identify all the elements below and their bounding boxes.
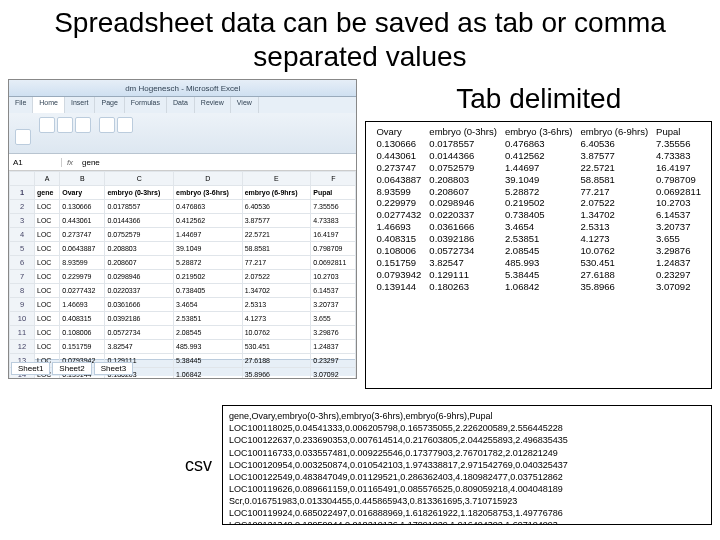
csv-label: csv [8,455,216,476]
csv-line: LOC100122637,0.233690353,0.007614514,0.2… [229,434,705,446]
tab-delimited-box: Ovaryembryo (0-3hrs)embryo (3-6hrs)embry… [365,121,712,389]
slide-title: Spreadsheet data can be saved as tab or … [8,4,712,79]
sum-icon[interactable] [117,117,133,133]
excel-window: dm Hogenesch - Microsoft Excel FileHomeI… [8,79,357,379]
ribbon-tab[interactable]: Formulas [125,97,167,113]
underline-icon[interactable] [75,117,91,133]
italic-icon[interactable] [57,117,73,133]
csv-line: LOC100119626,0.089661159,0.01165491,0.08… [229,483,705,495]
csv-line: LOC100122549,0.483847049,0.01129521,0.28… [229,471,705,483]
tab-delimited-label: Tab delimited [365,79,712,121]
csv-line: LOC100118025,0.04541333,0.006205798,0.16… [229,422,705,434]
csv-line: LOC100119924,0.685022497,0.016888969,1.6… [229,507,705,519]
paste-icon[interactable] [15,129,31,145]
ribbon-tab[interactable]: Page [95,97,124,113]
ribbon-tab[interactable]: File [9,97,33,113]
ribbon-tab[interactable]: Review [195,97,231,113]
excel-titlebar: dm Hogenesch - Microsoft Excel [9,80,356,97]
csv-box: gene,Ovary,embryo(0-3hrs),embryo(3-6hrs)… [222,405,712,525]
ribbon-tab[interactable]: View [231,97,259,113]
csv-line: LOC100121348,0.18959044,0.018210136,1.17… [229,519,705,525]
spreadsheet-grid[interactable]: ABCDEF1geneOvaryembryo (0-3hrs)embryo (3… [9,171,356,359]
sort-icon[interactable] [99,117,115,133]
sheet-tab[interactable]: Sheet2 [52,362,91,375]
sheet-tab[interactable]: Sheet1 [11,362,50,375]
sheet-tab[interactable]: Sheet3 [94,362,133,375]
csv-line: gene,Ovary,embryo(0-3hrs),embryo(3-6hrs)… [229,410,705,422]
ribbon-tab[interactable]: Home [33,97,65,113]
csv-line: Scr,0.016751983,0.013304455,0.445865943,… [229,495,705,507]
csv-line: LOC100116733,0.033557481,0.009225546,0.1… [229,447,705,459]
bold-icon[interactable] [39,117,55,133]
ribbon-tab[interactable]: Insert [65,97,96,113]
excel-ribbon: FileHomeInsertPageFormulasDataReviewView [9,97,356,154]
ribbon-tab[interactable]: Data [167,97,195,113]
csv-line: LOC100120954,0.003250874,0.010542103,1.9… [229,459,705,471]
